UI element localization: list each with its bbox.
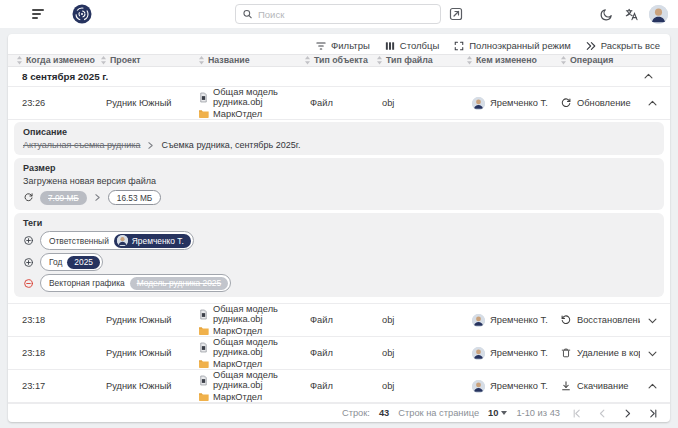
row-file-type: obj (368, 348, 458, 358)
row-name: Общая модель рудника.obj МаркОтдел (190, 87, 296, 119)
fullscreen-icon (453, 40, 465, 52)
size-new-pill: 16.53 МБ (108, 190, 161, 205)
user-mini-avatar (472, 97, 485, 110)
dark-mode-icon[interactable] (599, 7, 614, 22)
row-name: Общая модель рудника.obj МаркОтдел (190, 337, 296, 369)
open-in-window-icon[interactable] (448, 6, 464, 22)
download-icon (560, 380, 572, 392)
user-mini-avatar (117, 235, 128, 246)
row-object-type: Файл (296, 381, 368, 391)
header-changed-by[interactable]: Кем изменено (458, 55, 552, 65)
row-collapse-button[interactable] (640, 374, 664, 398)
chevron-down-icon (647, 315, 658, 326)
header-file-type[interactable]: Тип файла (368, 55, 458, 65)
header-operation-label: Операция (570, 55, 613, 65)
next-page-button[interactable] (619, 405, 635, 421)
user-avatar[interactable] (649, 5, 668, 24)
tag-pill[interactable]: Ответственный Яремченко Т. (40, 231, 194, 250)
first-page-icon (572, 408, 583, 419)
search-input[interactable] (258, 9, 434, 20)
file-icon (198, 308, 209, 321)
tag-label: Векторная графика (49, 278, 125, 288)
folder-icon (198, 325, 209, 336)
avatar-image (649, 5, 668, 24)
row-file-name: Общая модель рудника.obj (213, 87, 296, 107)
first-page-button[interactable] (569, 405, 585, 421)
folder-icon (198, 391, 209, 402)
row-folder-name: МаркОтдел (213, 109, 262, 119)
tag-row: Год 2025 (23, 253, 655, 271)
chevron-up-icon (647, 381, 658, 392)
tags-panel: Теги Ответственный Яремченко Т. Год 2025 (14, 213, 664, 297)
row-file-name: Общая модель рудника.obj (213, 337, 296, 357)
row-operation: Восстановление (552, 314, 640, 326)
filters-button[interactable]: Фильтры (315, 40, 370, 52)
sort-icon (560, 55, 567, 65)
row-user: Яремченко Т. (458, 347, 552, 360)
search-box[interactable] (235, 4, 441, 24)
table-row[interactable]: 23:18 Рудник Южный Общая модель рудника.… (8, 337, 670, 370)
folder-icon (198, 108, 209, 119)
chevron-up-icon (647, 98, 658, 109)
row-project: Рудник Южный (92, 381, 190, 391)
row-file-name: Общая модель рудника.obj (213, 370, 296, 390)
file-icon (198, 374, 209, 387)
chevron-right-icon (146, 141, 155, 150)
table-row[interactable]: 23:26 Рудник Южный Общая модель рудника.… (8, 87, 670, 120)
date-group-row[interactable]: 8 сентября 2025 г. (8, 67, 670, 87)
menu-icon[interactable] (32, 5, 58, 23)
size-title: Размер (23, 163, 655, 173)
tag-pill[interactable]: Векторная графика Модель рудника 2025 (40, 274, 231, 292)
refresh-icon (23, 192, 34, 203)
sort-icon (198, 55, 205, 65)
rows-label: Строк: (342, 408, 370, 418)
header-project[interactable]: Проект (92, 55, 190, 65)
prev-page-button[interactable] (594, 405, 610, 421)
row-collapse-button[interactable] (640, 91, 664, 115)
expand-all-button[interactable]: Раскрыть все (585, 40, 660, 52)
language-icon[interactable] (624, 7, 639, 22)
app-logo[interactable] (72, 4, 92, 24)
header-changed-by-label: Кем изменено (476, 55, 537, 65)
tag-row: Векторная графика Модель рудника 2025 (23, 274, 655, 292)
user-mini-avatar (472, 380, 485, 393)
row-expand-button[interactable] (640, 341, 664, 365)
per-page-label: Строк на странице (398, 408, 479, 418)
sort-icon (466, 55, 473, 65)
row-time: 23:18 (8, 315, 92, 325)
row-user-name: Яремченко Т. (490, 348, 548, 358)
last-page-button[interactable] (644, 405, 660, 421)
description-new-value: Съемка рудника, сентябрь 2025г. (161, 140, 300, 150)
header-changed-label: Когда изменено (26, 55, 95, 65)
rows-per-page-select[interactable]: 10 (488, 408, 507, 418)
header-name-label: Название (208, 55, 250, 65)
columns-button[interactable]: Столбцы (384, 40, 439, 52)
table-row[interactable]: 23:18 Рудник Южный Общая модель рудника.… (8, 303, 670, 337)
rows-total: 43 (379, 408, 389, 418)
last-page-icon (647, 408, 658, 419)
table-row[interactable]: 23:17 Рудник Южный Общая модель рудника.… (8, 370, 670, 403)
group-collapse-button[interactable] (636, 65, 660, 89)
header-changed[interactable]: Когда изменено (8, 55, 92, 65)
header-operation[interactable]: Операция (552, 55, 640, 65)
tag-label: Ответственный (49, 236, 109, 246)
fullscreen-button[interactable]: Полноэкранный режим (453, 40, 570, 52)
row-time: 23:26 (8, 98, 92, 108)
file-icon (198, 341, 209, 354)
row-file-type: obj (368, 381, 458, 391)
trash-icon (560, 347, 572, 359)
tag-pill[interactable]: Год 2025 (40, 253, 103, 271)
fullscreen-label: Полноэкранный режим (469, 40, 570, 51)
page-range: 1-10 из 43 (516, 408, 560, 418)
double-chevron-icon (585, 40, 597, 52)
chevron-down-icon (647, 348, 658, 359)
header-object-type[interactable]: Тип объекта (296, 55, 368, 65)
per-page-value: 10 (488, 408, 498, 418)
header-name[interactable]: Название (190, 55, 296, 65)
size-old-pill: 7.09 МБ (40, 191, 87, 205)
row-expand-button[interactable] (640, 308, 664, 332)
sort-icon (100, 55, 107, 65)
pagination-footer: Строк: 43 Строк на странице 10 1-10 из 4… (8, 403, 670, 422)
row-user-name: Яремченко Т. (490, 98, 548, 108)
user-mini-avatar (472, 347, 485, 360)
